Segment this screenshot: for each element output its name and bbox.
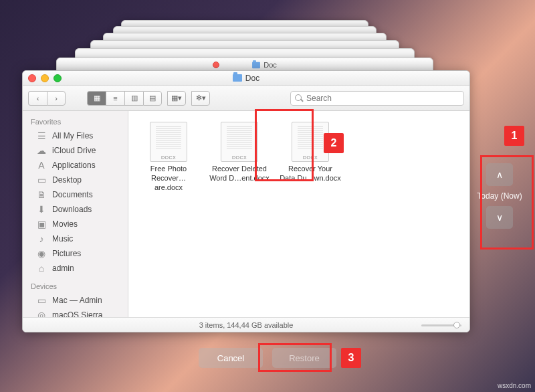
movies-icon: ▣: [36, 219, 47, 229]
sidebar-item-label: Music: [52, 234, 73, 243]
zoom-thumb[interactable]: [453, 322, 460, 328]
file-item[interactable]: DOCX Free PhotoRecover…are.docx: [138, 122, 199, 192]
sidebar: Favorites ☰All My Files ☁iCloud Drive AA…: [23, 111, 128, 317]
music-icon: ♪: [36, 233, 47, 244]
sidebar-item-downloads[interactable]: ⬇Downloads: [23, 202, 128, 217]
minimize-icon[interactable]: [41, 74, 49, 82]
file-ext-badge: DOCX: [161, 155, 176, 160]
sidebar-item-all-my-files[interactable]: ☰All My Files: [23, 128, 128, 143]
action-button[interactable]: ✻▾: [191, 91, 210, 106]
search-input[interactable]: [306, 94, 459, 103]
folder-icon: [233, 74, 242, 82]
back-button[interactable]: ‹: [28, 91, 47, 106]
watermark: wsxdn.com: [498, 382, 531, 389]
sidebar-item-icloud[interactable]: ☁iCloud Drive: [23, 143, 128, 158]
sidebar-item-label: macOS Sierra: [52, 310, 102, 317]
docx-file-icon: DOCX: [150, 122, 187, 162]
zoom-slider[interactable]: [421, 322, 461, 328]
file-ext-badge: DOCX: [303, 155, 318, 160]
status-bar: 3 items, 144,44 GB available: [23, 317, 469, 332]
sidebar-item-label: Documents: [52, 190, 93, 199]
sidebar-devices-header: Devices: [23, 280, 128, 293]
timeline-nav: ∧ Today (Now) ∨: [473, 163, 526, 229]
applications-icon: A: [36, 160, 47, 171]
disk-icon: ◎: [36, 310, 47, 317]
file-content-area[interactable]: DOCX Free PhotoRecover…are.docx DOCX Rec…: [128, 111, 469, 317]
sidebar-item-pictures[interactable]: ◉Pictures: [23, 246, 128, 261]
view-list-button[interactable]: ≡: [106, 91, 124, 106]
downloads-icon: ⬇: [36, 204, 47, 215]
file-ext-badge: DOCX: [232, 155, 247, 160]
forward-button[interactable]: ›: [47, 91, 66, 106]
callout-3: 3: [341, 348, 361, 368]
pictures-icon: ◉: [36, 248, 47, 259]
sidebar-item-documents[interactable]: 🗎Documents: [23, 187, 128, 202]
sidebar-item-label: Downloads: [52, 205, 92, 214]
sidebar-item-label: Applications: [52, 161, 96, 170]
sidebar-item-label: Movies: [52, 219, 78, 229]
maximize-icon[interactable]: [54, 74, 62, 82]
sidebar-item-desktop[interactable]: ▭Desktop: [23, 173, 128, 187]
search-icon: [295, 94, 303, 102]
callout-2: 2: [324, 133, 344, 153]
sidebar-item-label: Mac — Admin: [52, 296, 102, 305]
sidebar-item-label: Pictures: [52, 249, 81, 258]
toolbar: ‹ › ▦ ≡ ▥ ▤ ▦▾ ✻▾: [23, 86, 469, 111]
documents-icon: 🗎: [36, 189, 47, 200]
file-item[interactable]: DOCX Recover DeletedWord D…ent.docx: [209, 122, 270, 192]
view-icons-button[interactable]: ▦: [87, 91, 106, 106]
view-columns-button[interactable]: ▥: [124, 91, 143, 106]
sidebar-item-label: All My Files: [52, 131, 93, 140]
file-item[interactable]: DOCX Recover YourData Du…wn.docx: [280, 122, 341, 192]
timeline-label: Today (Now): [477, 191, 522, 201]
restore-button[interactable]: Restore: [272, 348, 336, 368]
timeline-up-button[interactable]: ∧: [486, 163, 513, 186]
arrange-button[interactable]: ▦▾: [167, 91, 186, 106]
ghost-window-title: Doc: [263, 61, 277, 69]
file-name-line: Free Photo: [150, 165, 187, 173]
search-field[interactable]: [290, 91, 464, 106]
sidebar-item-mac-admin[interactable]: ▭Mac — Admin: [23, 293, 128, 308]
sidebar-item-label: admin: [52, 264, 74, 273]
sidebar-item-label: iCloud Drive: [52, 146, 96, 155]
file-name-line: Word D…ent.docx: [209, 174, 270, 182]
sidebar-item-music[interactable]: ♪Music: [23, 231, 128, 246]
cloud-icon: ☁: [36, 145, 47, 156]
desktop-icon: ▭: [36, 175, 47, 185]
sidebar-favorites-header: Favorites: [23, 115, 128, 128]
sidebar-item-admin[interactable]: ⌂admin: [23, 261, 128, 276]
file-name-line: Recover Your: [288, 165, 332, 173]
callout-1: 1: [504, 126, 524, 146]
timeline-down-button[interactable]: ∨: [486, 206, 513, 229]
docx-file-icon: DOCX: [221, 122, 258, 162]
file-name-line: Recover Deleted: [212, 165, 267, 173]
finder-window: Doc ‹ › ▦ ≡ ▥ ▤ ▦▾ ✻▾ Favorites ☰All My …: [22, 70, 470, 332]
window-title: Doc: [245, 74, 259, 83]
sidebar-item-label: Desktop: [52, 175, 82, 185]
close-icon[interactable]: [28, 74, 36, 82]
file-name-line: Recover…are.docx: [151, 174, 186, 191]
sidebar-item-movies[interactable]: ▣Movies: [23, 217, 128, 231]
sidebar-item-macos-sierra[interactable]: ◎macOS Sierra: [23, 308, 128, 317]
sidebar-item-applications[interactable]: AApplications: [23, 158, 128, 173]
all-files-icon: ☰: [36, 130, 47, 141]
computer-icon: ▭: [36, 295, 47, 306]
titlebar: Doc: [23, 71, 469, 86]
cancel-button[interactable]: Cancel: [199, 348, 263, 368]
home-icon: ⌂: [36, 263, 47, 274]
view-gallery-button[interactable]: ▤: [143, 91, 162, 106]
traffic-lights: [28, 74, 62, 82]
status-text: 3 items, 144,44 GB available: [199, 321, 294, 329]
file-name-line: Data Du…wn.docx: [280, 174, 341, 182]
